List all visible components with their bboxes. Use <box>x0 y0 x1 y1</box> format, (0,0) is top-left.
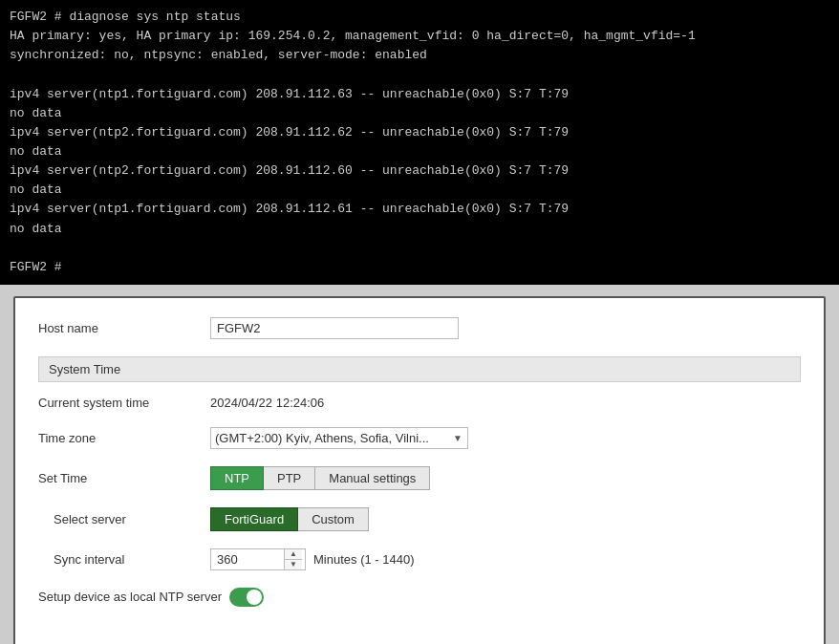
current-time-label: Current system time <box>38 396 210 410</box>
sync-interval-unit: Minutes (1 - 1440) <box>313 552 415 567</box>
hostname-row: Host name <box>38 317 801 339</box>
ptp-button[interactable]: PTP <box>264 466 315 490</box>
sync-interval-spinner: ▲ ▼ <box>210 548 306 570</box>
system-time-header: System Time <box>38 356 801 382</box>
timezone-row: Time zone (GMT+2:00) Kyiv, Athens, Sofia… <box>38 427 801 449</box>
ntp-button[interactable]: NTP <box>210 466 264 490</box>
set-time-btn-group: NTP PTP Manual settings <box>210 466 430 490</box>
select-server-label: Select server <box>54 512 210 526</box>
fortiguard-button[interactable]: FortiGuard <box>210 507 298 531</box>
select-server-btn-group: FortiGuard Custom <box>210 507 369 531</box>
local-ntp-label: Setup device as local NTP server <box>38 590 222 604</box>
toggle-track <box>229 588 264 607</box>
sync-interval-down-arrow[interactable]: ▼ <box>285 560 302 569</box>
sync-interval-arrows: ▲ ▼ <box>284 549 302 569</box>
terminal-output: FGFW2 # diagnose sys ntp statusHA primar… <box>0 0 839 285</box>
set-time-row: Set Time NTP PTP Manual settings <box>38 466 801 490</box>
local-ntp-row: Setup device as local NTP server <box>38 588 801 607</box>
timezone-label: Time zone <box>38 431 210 445</box>
hostname-label: Host name <box>38 321 210 335</box>
select-server-row: Select server FortiGuard Custom <box>38 507 801 531</box>
timezone-select-wrapper: (GMT+2:00) Kyiv, Athens, Sofia, Vilni... <box>210 427 468 449</box>
set-time-label: Set Time <box>38 471 210 485</box>
current-time-value: 2024/04/22 12:24:06 <box>210 396 324 410</box>
sync-interval-input[interactable] <box>211 549 284 569</box>
config-panel: Host name System Time Current system tim… <box>13 296 826 644</box>
toggle-thumb <box>247 590 262 605</box>
manual-settings-button[interactable]: Manual settings <box>315 466 430 490</box>
hostname-input[interactable] <box>210 317 459 339</box>
system-time-section: System Time Current system time 2024/04/… <box>38 356 801 607</box>
sync-interval-label: Sync interval <box>54 552 210 567</box>
timezone-select[interactable]: (GMT+2:00) Kyiv, Athens, Sofia, Vilni... <box>210 427 468 449</box>
sync-interval-row: Sync interval ▲ ▼ Minutes (1 - 1440) <box>38 548 801 570</box>
local-ntp-toggle[interactable] <box>229 588 264 607</box>
current-time-row: Current system time 2024/04/22 12:24:06 <box>38 396 801 410</box>
sync-interval-up-arrow[interactable]: ▲ <box>285 549 302 560</box>
custom-button[interactable]: Custom <box>298 507 369 531</box>
